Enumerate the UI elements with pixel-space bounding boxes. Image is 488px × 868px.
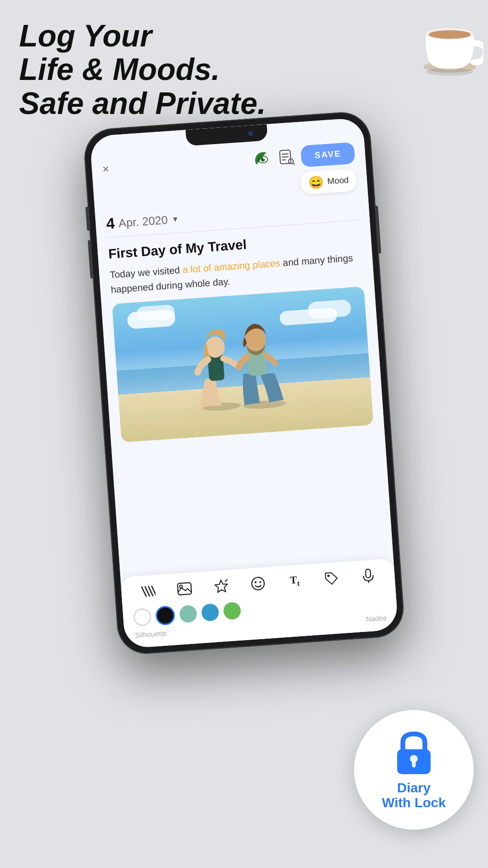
color-swatch-white[interactable]: [133, 608, 151, 626]
svg-point-24: [179, 585, 182, 588]
date-dropdown-arrow[interactable]: ▼: [171, 214, 179, 224]
svg-point-29: [327, 575, 330, 577]
svg-point-3: [426, 68, 474, 76]
hero-text-block: Log Your Life & Moods. Safe and Private.: [19, 19, 266, 120]
lock-badge: Diary With Lock: [354, 710, 474, 830]
mood-pill[interactable]: 😄 Mood: [300, 169, 357, 195]
search-document-icon[interactable]: [277, 148, 295, 167]
beach-photo: [112, 286, 374, 442]
phone-mockup: ×: [82, 110, 405, 655]
hero-line2: Life & Moods.: [19, 52, 220, 87]
svg-rect-34: [412, 761, 416, 767]
image-icon[interactable]: [175, 579, 194, 598]
star-icon[interactable]: [211, 576, 231, 596]
save-button[interactable]: SAVE: [300, 142, 355, 168]
mood-emoji: 😄: [308, 174, 324, 190]
svg-line-9: [282, 157, 289, 157]
silhouette-label: Silhouette: [135, 629, 167, 640]
lock-title-line1: Diary: [397, 781, 431, 796]
svg-line-8: [282, 154, 288, 154]
mood-label: Mood: [327, 175, 349, 187]
text-size-icon[interactable]: Tt: [285, 571, 305, 591]
svg-rect-30: [366, 569, 371, 578]
emoji-icon[interactable]: [248, 574, 268, 594]
svg-point-2: [429, 30, 471, 39]
color-swatch-blue[interactable]: [201, 603, 219, 621]
svg-line-10: [282, 159, 286, 160]
svg-point-26: [251, 577, 265, 590]
tag-icon[interactable]: [322, 569, 342, 588]
svg-point-27: [255, 581, 256, 583]
top-icons: SAVE: [252, 142, 355, 171]
color-swatch-teal[interactable]: [179, 605, 197, 623]
lock-title-line2: With Lock: [382, 796, 446, 811]
svg-point-28: [259, 581, 261, 583]
body-highlight: a lot of amazing places: [182, 258, 281, 275]
coffee-cup: [407, 5, 483, 83]
lock-icon: [392, 729, 435, 777]
date-month-year: Apr. 2020: [118, 213, 168, 230]
date-number: 4: [106, 214, 115, 233]
color-swatch-black[interactable]: [155, 605, 176, 626]
svg-line-12: [293, 163, 295, 165]
svg-rect-23: [177, 583, 192, 595]
color-swatch-green[interactable]: [223, 602, 241, 620]
texture-icon[interactable]: [138, 582, 157, 601]
leaf-icon: [252, 150, 272, 169]
close-button[interactable]: ×: [102, 162, 110, 176]
svg-line-25: [225, 579, 227, 581]
hero-line3: Safe and Private.: [19, 86, 266, 121]
toolbar: Tt: [121, 558, 399, 649]
body-pre: Today we visited: [110, 264, 183, 280]
microphone-icon[interactable]: [359, 566, 378, 586]
hero-line1: Log Your: [19, 19, 152, 53]
nadee-label: Nadee: [366, 613, 387, 623]
